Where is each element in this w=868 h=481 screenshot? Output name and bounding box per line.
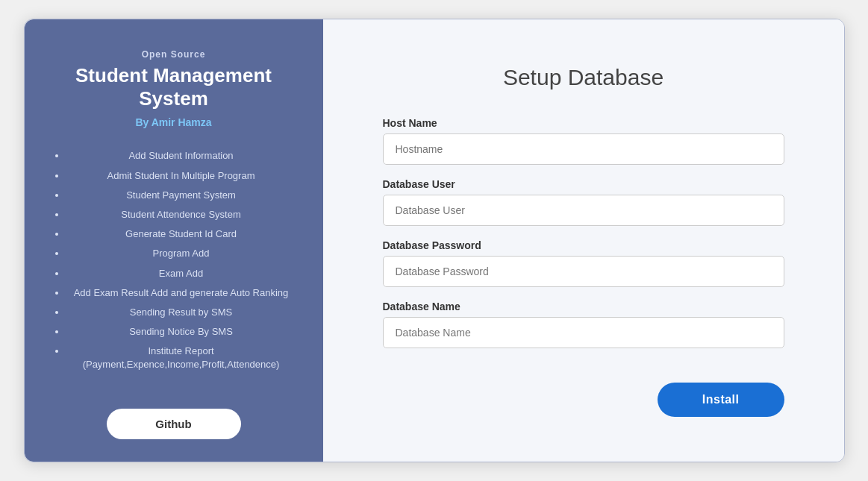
feature-item: Sending Notice By SMS [66, 325, 296, 339]
form-group-hostname: Host Name [383, 117, 784, 165]
form-group-database-user: Database User [383, 178, 784, 226]
install-button[interactable]: Install [658, 383, 784, 417]
main-container: Open Source Student Management System By… [24, 19, 845, 462]
by-text: By [135, 116, 151, 128]
feature-item: Generate Student Id Card [66, 227, 296, 241]
feature-item: Program Add [66, 247, 296, 260]
features-list: Add Student InformationAdmit Student In … [51, 149, 296, 371]
label-database-password: Database Password [383, 239, 784, 251]
feature-item: Sending Result by SMS [66, 306, 296, 319]
github-button[interactable]: Github [107, 409, 241, 439]
feature-item: Add Exam Result Add and generate Auto Ra… [66, 286, 296, 300]
author-name: Amir Hamza [152, 116, 212, 128]
feature-item: Exam Add [66, 267, 296, 280]
open-source-label: Open Source [51, 49, 296, 60]
label-hostname: Host Name [383, 117, 784, 129]
input-hostname[interactable] [383, 133, 784, 165]
right-panel: Setup Database Host NameDatabase UserDat… [323, 19, 844, 462]
feature-item: Student Payment System [66, 189, 296, 202]
install-btn-wrap: Install [383, 383, 784, 417]
label-database-user: Database User [383, 178, 784, 190]
label-database-name: Database Name [383, 301, 784, 312]
form-group-database-password: Database Password [383, 239, 784, 287]
feature-item: Student Attendence System [66, 208, 296, 221]
form-group-database-name: Database Name [383, 301, 784, 348]
by-author: By Amir Hamza [51, 116, 296, 128]
input-database-user[interactable] [383, 195, 784, 226]
input-database-name[interactable] [383, 317, 784, 348]
feature-item: Add Student Information [66, 149, 296, 163]
feature-item: Admit Student In Multiple Program [66, 169, 296, 183]
left-panel: Open Source Student Management System By… [25, 19, 323, 462]
feature-item: Institute Report (Payment,Expence,Income… [66, 345, 296, 371]
app-title: Student Management System [51, 64, 296, 110]
setup-title: Setup Database [383, 65, 784, 90]
left-top: Open Source Student Management System By… [51, 49, 296, 378]
input-database-password[interactable] [383, 256, 784, 287]
form-fields: Host NameDatabase UserDatabase PasswordD… [383, 117, 784, 362]
